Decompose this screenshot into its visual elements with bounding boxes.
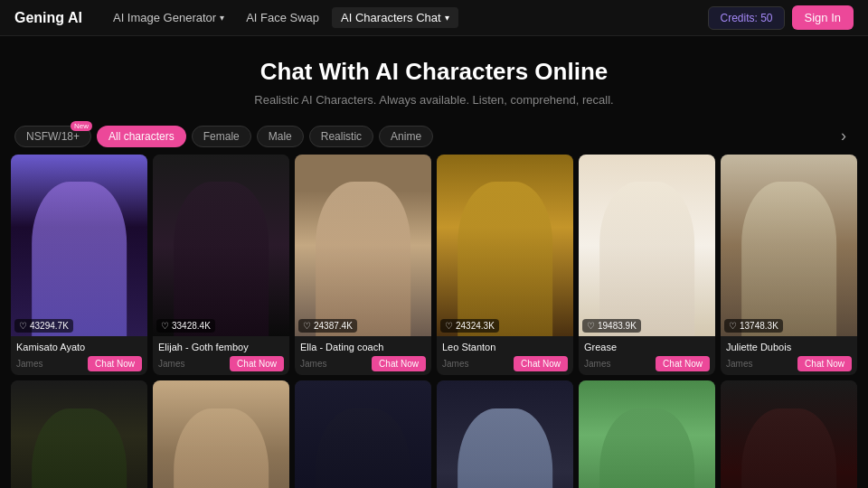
card-name: Juliette Dubois <box>726 342 852 352</box>
card-footer: James Chat Now <box>158 356 284 371</box>
card-info: Ella - Dating coach James Chat Now <box>295 336 431 375</box>
filter-nsfw[interactable]: NSFW/18+ New <box>14 126 91 147</box>
character-card[interactable]: ♡ 13748.3K Juliette Dubois James Chat No… <box>721 155 857 375</box>
card-author: James <box>584 359 610 369</box>
card-image: ♡ 33428.4K <box>153 155 289 336</box>
nav-image-generator[interactable]: AI Image Generator ▾ <box>104 7 233 28</box>
hero-section: Chat With AI Characters Online Realistic… <box>0 36 868 117</box>
chevron-down-icon: ▾ <box>445 13 449 23</box>
card-author: James <box>442 359 468 369</box>
card-author: James <box>16 359 42 369</box>
character-card[interactable]: ♡ 13292.3K A Detective Obsessed With You… <box>153 380 289 488</box>
filter-anime[interactable]: Anime <box>379 126 433 147</box>
character-card[interactable]: ♡ 13429.4K Serial Killer Husband James C… <box>11 380 147 488</box>
nav-face-swap[interactable]: AI Face Swap <box>237 7 328 28</box>
heart-icon: ♡ <box>587 321 595 331</box>
card-footer: James Chat Now <box>16 356 142 371</box>
character-card[interactable]: ♡ 19483.9K Grease James Chat Now <box>579 155 715 375</box>
card-name: Elijah - Goth femboy <box>158 342 284 352</box>
header-right: Credits: 50 Sign In <box>708 5 854 30</box>
character-card[interactable]: ♡ 43294.7K Kamisato Ayato James Chat Now <box>11 155 147 375</box>
card-image: ♡ 24324.3K <box>437 155 573 336</box>
chevron-down-icon: ▾ <box>220 13 224 23</box>
card-image: ♡ 9876.2K <box>721 380 857 488</box>
card-footer: James Chat Now <box>726 356 852 371</box>
card-count: ♡ 19483.9K <box>582 319 641 333</box>
card-footer: James Chat Now <box>584 356 710 371</box>
filter-next-arrow[interactable]: › <box>834 125 854 147</box>
character-card[interactable]: ♡ 11743.9K younger brother James Chat No… <box>437 380 573 488</box>
chat-now-button[interactable]: Chat Now <box>372 356 426 371</box>
card-author: James <box>158 359 184 369</box>
character-card[interactable]: ♡ 24387.4K Ella - Dating coach James Cha… <box>295 155 431 375</box>
card-footer: James Chat Now <box>300 356 426 371</box>
card-image: ♡ 24387.4K <box>295 155 431 336</box>
card-name: Ella - Dating coach <box>300 342 426 352</box>
nav-characters-chat[interactable]: AI Characters Chat ▾ <box>332 7 458 28</box>
credits-button[interactable]: Credits: 50 <box>708 6 784 30</box>
characters-grid: ♡ 43294.7K Kamisato Ayato James Chat Now… <box>0 155 868 488</box>
card-footer: James Chat Now <box>442 356 568 371</box>
hero-title: Chat With AI Characters Online <box>14 58 854 86</box>
header: Gening AI AI Image Generator ▾ AI Face S… <box>0 0 868 36</box>
card-info: Leo Stanton James Chat Now <box>437 336 573 375</box>
heart-icon: ♡ <box>19 321 27 331</box>
card-image: ♡ 19483.9K <box>579 155 715 336</box>
filter-bar: NSFW/18+ New All characters Female Male … <box>0 117 868 155</box>
character-card[interactable]: ♡ 9876.2K Demon Girl James Chat Now <box>721 380 857 488</box>
chat-now-button[interactable]: Chat Now <box>656 356 710 371</box>
signin-button[interactable]: Sign In <box>792 5 854 30</box>
card-name: Leo Stanton <box>442 342 568 352</box>
heart-icon: ♡ <box>445 321 453 331</box>
card-author: James <box>726 359 752 369</box>
card-name: Kamisato Ayato <box>16 342 142 352</box>
card-count: ♡ 33428.4K <box>156 319 215 333</box>
character-card[interactable]: ♡ 24324.3K Leo Stanton James Chat Now <box>437 155 573 375</box>
chat-now-button[interactable]: Chat Now <box>797 356 852 371</box>
card-count: ♡ 43294.7K <box>14 319 73 333</box>
card-image: ♡ 10234.5K <box>579 380 715 488</box>
card-count: ♡ 24387.4K <box>298 319 357 333</box>
card-count: ♡ 13748.3K <box>724 319 783 333</box>
card-image: ♡ 13292.3K <box>153 380 289 488</box>
nav: AI Image Generator ▾ AI Face Swap AI Cha… <box>104 7 709 28</box>
character-card[interactable]: ♡ 10234.5K Anime Girl James Chat Now <box>579 380 715 488</box>
card-image: ♡ 12904.3K <box>295 380 431 488</box>
card-image: ♡ 13748.3K <box>721 155 857 336</box>
nsfw-new-badge: New <box>71 121 92 131</box>
card-image: ♡ 13429.4K <box>11 380 147 488</box>
card-info: Juliette Dubois James Chat Now <box>721 336 857 375</box>
filter-female[interactable]: Female <box>192 126 251 147</box>
heart-icon: ♡ <box>161 321 169 331</box>
character-card[interactable]: ♡ 12904.3K Bully Cheerleader James Chat … <box>295 380 431 488</box>
heart-icon: ♡ <box>729 321 737 331</box>
card-count: ♡ 24324.3K <box>440 319 499 333</box>
card-image: ♡ 43294.7K <box>11 155 147 336</box>
chat-now-button[interactable]: Chat Now <box>230 356 284 371</box>
card-info: Kamisato Ayato James Chat Now <box>11 336 147 375</box>
filter-male[interactable]: Male <box>257 126 304 147</box>
card-name: Grease <box>584 342 710 352</box>
hero-subtitle: Realistic AI Characters. Always availabl… <box>14 93 854 107</box>
filter-realistic[interactable]: Realistic <box>309 126 373 147</box>
card-info: Grease James Chat Now <box>579 336 715 375</box>
filter-all[interactable]: All characters <box>97 126 186 147</box>
card-image: ♡ 11743.9K <box>437 380 573 488</box>
card-info: Elijah - Goth femboy James Chat Now <box>153 336 289 375</box>
character-card[interactable]: ♡ 33428.4K Elijah - Goth femboy James Ch… <box>153 155 289 375</box>
heart-icon: ♡ <box>303 321 311 331</box>
logo[interactable]: Gening AI <box>14 10 82 26</box>
chat-now-button[interactable]: Chat Now <box>514 356 568 371</box>
chat-now-button[interactable]: Chat Now <box>88 356 142 371</box>
card-author: James <box>300 359 326 369</box>
